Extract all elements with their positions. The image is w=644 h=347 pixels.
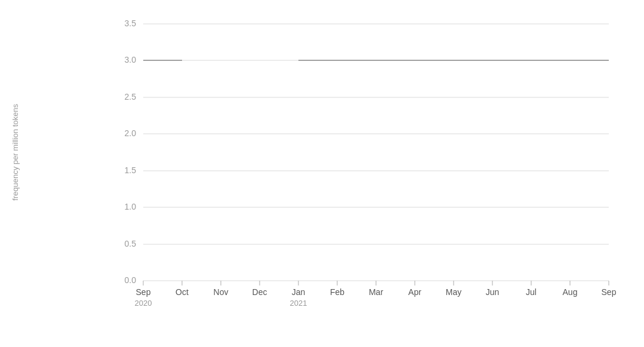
- x-label-dec: Dec: [252, 287, 267, 297]
- x-label-jan: Jan: [292, 287, 306, 297]
- chart-container: 3.5 3.0 2.5 2.0 1.5 1.0 0.5 0.0 frequenc…: [0, 0, 644, 347]
- y-tick-20: 2.0: [125, 128, 137, 138]
- x-label-feb: Feb: [330, 287, 344, 297]
- x-year-2020: 2020: [135, 299, 152, 308]
- x-label-oct: Oct: [175, 287, 189, 297]
- x-label-sep2020: Sep: [136, 287, 151, 297]
- x-label-may: May: [446, 287, 461, 297]
- x-label-jul: Jul: [526, 287, 537, 297]
- x-label-nov: Nov: [214, 287, 229, 297]
- x-label-sep2021: Sep: [602, 287, 617, 297]
- x-label-apr: Apr: [408, 287, 421, 297]
- x-label-jun: Jun: [486, 287, 500, 297]
- y-tick-05: 0.5: [125, 239, 137, 248]
- y-tick-00: 0.0: [125, 275, 137, 285]
- y-tick-15: 1.5: [125, 165, 137, 175]
- y-tick-10: 1.0: [125, 202, 137, 211]
- x-year-2021: 2021: [290, 299, 307, 308]
- chart-svg: 3.5 3.0 2.5 2.0 1.5 1.0 0.5 0.0 frequenc…: [0, 0, 644, 347]
- y-tick-25: 2.5: [125, 92, 137, 102]
- x-label-aug: Aug: [563, 287, 578, 297]
- x-label-mar: Mar: [369, 287, 383, 297]
- y-tick-30: 3.0: [125, 55, 137, 65]
- y-tick-35: 3.5: [125, 19, 137, 28]
- y-axis-label: frequency per million tokens: [11, 104, 20, 201]
